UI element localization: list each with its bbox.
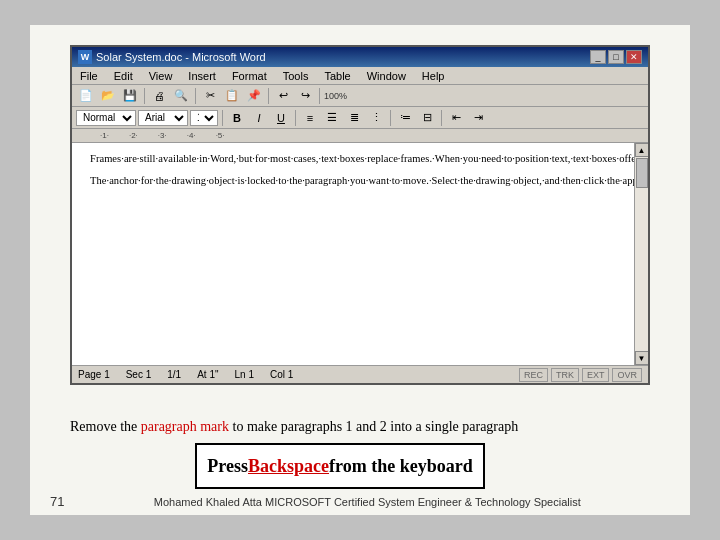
align-right-button[interactable]: ≣ (344, 109, 364, 127)
col-label: Col 1 (270, 369, 293, 380)
indent-dec-button[interactable]: ⇤ (446, 109, 466, 127)
word-doc-area[interactable]: Frames·are·still·available·in·Word,·but·… (72, 143, 634, 365)
menu-help[interactable]: Help (418, 69, 449, 83)
menu-format[interactable]: Format (228, 69, 271, 83)
bullets-button[interactable]: ≔ (395, 109, 415, 127)
caption-highlight: paragraph mark (141, 419, 229, 434)
word-statusbar: Page 1 Sec 1 1/1 At 1" Ln 1 Col 1 REC TR… (72, 365, 648, 383)
ext-indicator: EXT (582, 368, 610, 382)
paste-button[interactable]: 📌 (244, 87, 264, 105)
save-button[interactable]: 💾 (120, 87, 140, 105)
scroll-down-arrow[interactable]: ▼ (635, 351, 649, 365)
menu-tools[interactable]: Tools (279, 69, 313, 83)
word-app-icon: W (78, 50, 92, 64)
align-left-button[interactable]: ≡ (300, 109, 320, 127)
print-button[interactable]: 🖨 (149, 87, 169, 105)
status-col: Col 1 (270, 369, 293, 380)
undo-button[interactable]: ↩ (273, 87, 293, 105)
menu-table[interactable]: Table (320, 69, 354, 83)
scroll-up-arrow[interactable]: ▲ (635, 143, 649, 157)
pos-label: 1/1 (167, 369, 181, 380)
status-page: Page 1 (78, 369, 110, 380)
status-sec: Sec 1 (126, 369, 152, 380)
ovr-indicator: OVR (612, 368, 642, 382)
window-title: Solar System.doc - Microsoft Word (96, 51, 266, 63)
justify-button[interactable]: ⋮ (366, 109, 386, 127)
slide-footer: 71 Mohamed Khaled Atta MICROSOFT Certifi… (30, 494, 690, 509)
cut-button[interactable]: ✂ (200, 87, 220, 105)
titlebar-buttons: _ □ ✕ (590, 50, 642, 64)
bold-button[interactable]: B (227, 109, 247, 127)
word-menubar: File Edit View Insert Format Tools Table… (72, 67, 648, 85)
indent-inc-button[interactable]: ⇥ (468, 109, 488, 127)
status-ln: Ln 1 (235, 369, 254, 380)
numbering-button[interactable]: ⊟ (417, 109, 437, 127)
ruler-mark4: ·4· (187, 131, 196, 140)
status-at: At 1" (197, 369, 218, 380)
titlebar-title-area: W Solar System.doc - Microsoft Word (78, 50, 266, 64)
fmt-sep1 (222, 110, 223, 126)
copy-button[interactable]: 📋 (222, 87, 242, 105)
slide-background: W Solar System.doc - Microsoft Word _ □ … (30, 25, 690, 515)
word-scrollbar: ▲ ▼ (634, 143, 648, 365)
footer-author-text: Mohamed Khaled Atta MICROSOFT Certified … (64, 496, 670, 508)
fmt-sep4 (441, 110, 442, 126)
toolbar-sep3 (268, 88, 269, 104)
paragraph2: The·anchor·for·the·drawing·object·is·loc… (86, 173, 620, 189)
word-titlebar: W Solar System.doc - Microsoft Word _ □ … (72, 47, 648, 67)
at-label: At 1" (197, 369, 218, 380)
caption-area: Remove the paragraph mark to make paragr… (70, 419, 650, 435)
backspace-suffix: from the keyboard (329, 456, 473, 477)
word-ruler: ·1· ·2· ·3· ·4· ·5· (72, 129, 648, 143)
maximize-button[interactable]: □ (608, 50, 624, 64)
ruler-mark2: ·2· (129, 131, 138, 140)
open-button[interactable]: 📂 (98, 87, 118, 105)
minimize-button[interactable]: _ (590, 50, 606, 64)
word-content-area: Frames·are·still·available·in·Word,·but·… (72, 143, 648, 365)
slide-page-number: 71 (50, 494, 64, 509)
ruler-mark1: ·1· (100, 131, 109, 140)
print-preview-button[interactable]: 🔍 (171, 87, 191, 105)
menu-edit[interactable]: Edit (110, 69, 137, 83)
toolbar-sep1 (144, 88, 145, 104)
ln-label: Ln 1 (235, 369, 254, 380)
backspace-instruction-box: Press Backspace from the keyboard (195, 443, 485, 489)
status-pos: 1/1 (167, 369, 181, 380)
menu-window[interactable]: Window (363, 69, 410, 83)
caption-prefix: Remove the (70, 419, 141, 434)
italic-button[interactable]: I (249, 109, 269, 127)
toolbar-sep2 (195, 88, 196, 104)
redo-button[interactable]: ↪ (295, 87, 315, 105)
word-toolbar2: Normal Arial 10 B I U ≡ ☰ ≣ ⋮ ≔ ⊟ ⇤ ⇥ (72, 107, 648, 129)
zoom-label: 100% (324, 91, 347, 101)
style-select[interactable]: Normal (76, 110, 136, 126)
scrollbar-track[interactable] (635, 157, 649, 351)
ruler-mark5: ·5· (216, 131, 225, 140)
word-toolbar1: 📄 📂 💾 🖨 🔍 ✂ 📋 📌 ↩ ↪ 100% (72, 85, 648, 107)
word-window: W Solar System.doc - Microsoft Word _ □ … (70, 45, 650, 385)
sec-label: Sec 1 (126, 369, 152, 380)
menu-insert[interactable]: Insert (184, 69, 220, 83)
paragraph1: Frames·are·still·available·in·Word,·but·… (86, 151, 620, 167)
caption-suffix: to make paragraphs 1 and 2 into a single… (229, 419, 518, 434)
trk-indicator: TRK (551, 368, 579, 382)
backspace-highlight: Backspace (248, 456, 329, 477)
ruler-mark3: ·3· (158, 131, 167, 140)
align-center-button[interactable]: ☰ (322, 109, 342, 127)
fmt-sep3 (390, 110, 391, 126)
toolbar-sep4 (319, 88, 320, 104)
font-select[interactable]: Arial (138, 110, 188, 126)
close-button[interactable]: ✕ (626, 50, 642, 64)
fmt-sep2 (295, 110, 296, 126)
page-label: Page 1 (78, 369, 110, 380)
status-indicators: REC TRK EXT OVR (519, 368, 642, 382)
rec-indicator: REC (519, 368, 548, 382)
underline-button[interactable]: U (271, 109, 291, 127)
backspace-prefix: Press (207, 456, 248, 477)
menu-file[interactable]: File (76, 69, 102, 83)
menu-view[interactable]: View (145, 69, 177, 83)
new-button[interactable]: 📄 (76, 87, 96, 105)
fontsize-select[interactable]: 10 (190, 110, 218, 126)
scrollbar-thumb[interactable] (636, 158, 648, 188)
ruler-content: ·1· ·2· ·3· ·4· ·5· (80, 131, 640, 140)
